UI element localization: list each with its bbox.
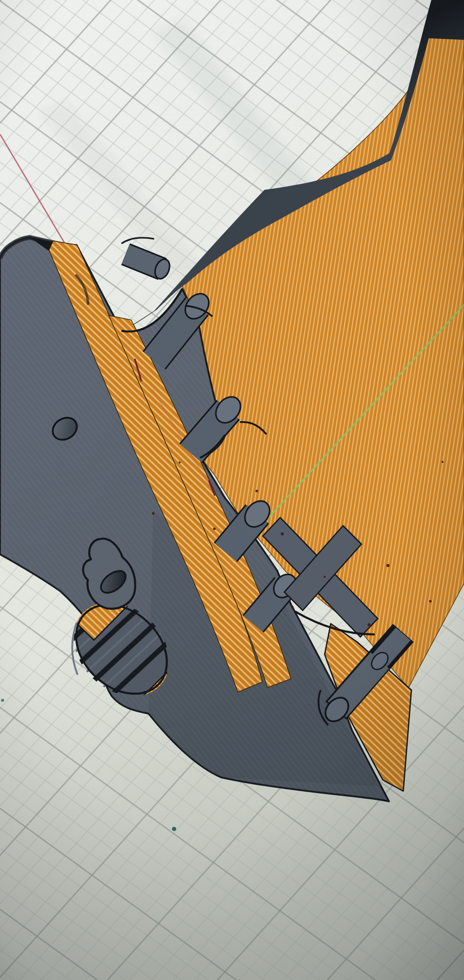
speck — [368, 623, 371, 626]
speck — [336, 628, 338, 630]
speck — [442, 461, 444, 463]
speck — [324, 576, 326, 578]
speck — [429, 600, 432, 603]
cad-viewport[interactable] — [0, 0, 464, 980]
speck — [386, 564, 389, 567]
teal-dot — [1, 699, 4, 702]
speck — [213, 528, 216, 530]
speck — [152, 512, 155, 515]
speck — [281, 532, 284, 535]
speck — [179, 461, 181, 463]
teal-dot — [172, 827, 176, 831]
screenshot-root — [0, 0, 464, 980]
speck — [256, 490, 258, 493]
speck — [291, 606, 294, 609]
